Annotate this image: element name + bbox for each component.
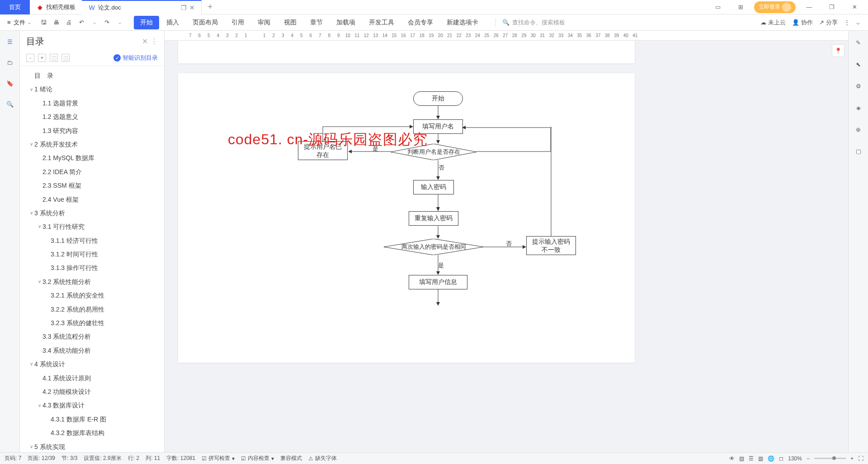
nav-down-icon[interactable]: ◫ <box>61 54 70 62</box>
sb-spellcheck[interactable]: ☑ 拼写检查 ▾ <box>202 455 235 462</box>
save-icon[interactable]: 🖫 <box>39 18 49 28</box>
outline-item[interactable]: 1.1 选题背景 <box>20 96 164 110</box>
tab-home[interactable]: 首页 <box>0 0 30 14</box>
chevron-down-icon[interactable]: ∨ <box>36 278 42 285</box>
outline-item[interactable]: 1.3 研究内容 <box>20 124 164 137</box>
ribbon-tab-1[interactable]: 插入 <box>160 16 185 29</box>
nav-up-icon[interactable]: ◫ <box>50 54 58 62</box>
outline-item[interactable]: 2.4 Vue 框架 <box>20 193 164 206</box>
folder-icon[interactable]: 🗀 <box>5 57 15 68</box>
chevron-down-icon[interactable]: ∨ <box>28 209 34 217</box>
outline-item[interactable]: ∨4.3 数据库设计 <box>20 398 164 412</box>
zoom-slider[interactable] <box>814 458 846 459</box>
maximize-icon[interactable]: ❐ <box>823 1 841 14</box>
chevron-down-icon[interactable]: ∨ <box>28 360 34 368</box>
ribbon-tab-8[interactable]: 开发工具 <box>363 16 401 29</box>
login-button[interactable]: 立即登录 <box>754 1 796 13</box>
outline-item[interactable]: 3.1.3 操作可行性 <box>20 261 164 275</box>
outline-item[interactable]: 1.2 选题意义 <box>20 110 164 123</box>
outline-item[interactable]: ∨4 系统设计 <box>20 357 164 371</box>
outline-item[interactable]: 4.3.1 数据库 E-R 图 <box>20 412 164 426</box>
outline-item[interactable]: 2.2 IDEA 简介 <box>20 165 164 179</box>
ribbon-tab-3[interactable]: 引用 <box>225 16 250 29</box>
smart-toc-button[interactable]: ✓ 智能识别目录 <box>113 54 158 62</box>
view-web-icon[interactable]: ▥ <box>758 455 763 462</box>
file-menu[interactable]: ≡ 文件 ⌵ <box>4 19 34 27</box>
fullscreen-icon[interactable]: ⛶ <box>858 455 863 462</box>
sb-setting[interactable]: 设置值: 2.9厘米 <box>84 455 121 462</box>
expand-all-icon[interactable]: + <box>38 54 46 62</box>
minimize-icon[interactable]: — <box>800 1 818 14</box>
outline-item[interactable]: 4.1 系统设计原则 <box>20 371 164 385</box>
tab-template[interactable]: ◆ 找稻壳模板 <box>30 0 82 14</box>
undo-icon[interactable]: ↶ <box>77 18 87 28</box>
ribbon-tab-2[interactable]: 页面布局 <box>186 16 224 29</box>
outline-item[interactable]: 3.1.2 时间可行性 <box>20 247 164 261</box>
chevron-down-icon[interactable]: ∨ <box>36 223 42 230</box>
outline-item[interactable]: 2.3 SSM 框架 <box>20 179 164 192</box>
outline-item[interactable]: 3.2.3 系统的健壮性 <box>20 316 164 330</box>
ribbon-tab-5[interactable]: 视图 <box>278 16 303 29</box>
outline-item[interactable]: 3.2.1 系统的安全性 <box>20 289 164 302</box>
outline-item[interactable]: ∨3.1 可行性研究 <box>20 220 164 233</box>
chevron-down-icon[interactable]: ∨ <box>28 141 34 148</box>
print-icon[interactable]: 🖨 <box>64 18 74 28</box>
search-icon[interactable]: 🔍 <box>5 99 15 109</box>
outline-item[interactable]: 4.2 功能模块设计 <box>20 385 164 398</box>
cloud-status[interactable]: ☁未上云 <box>760 19 786 27</box>
sb-section[interactable]: 节: 3/3 <box>61 455 77 462</box>
command-search[interactable]: 🔍 查找命令、搜索模板 <box>495 19 565 27</box>
chevron-down-icon[interactable]: ⌵ <box>115 18 125 28</box>
outline-icon[interactable]: ☰ <box>5 36 15 47</box>
zoom-value[interactable]: 130% <box>788 455 802 462</box>
panel-close-icon[interactable]: ✕ <box>142 37 148 46</box>
sb-col[interactable]: 列: 11 <box>146 455 160 462</box>
zoom-out-icon[interactable]: − <box>807 455 810 462</box>
outline-item[interactable]: 3.4 系统功能分析 <box>20 344 164 357</box>
ribbon-tab-9[interactable]: 会员专享 <box>401 16 439 29</box>
redo-icon[interactable]: ↷ <box>102 18 112 28</box>
outline-item[interactable]: ∨3.2 系统性能分析 <box>20 275 164 289</box>
sb-compat[interactable]: 兼容模式 <box>280 455 302 462</box>
panel-menu-icon[interactable]: ⋮ <box>151 37 158 46</box>
app-grid-icon[interactable]: ⊞ <box>731 1 750 14</box>
select-icon[interactable]: ⬉ <box>853 59 864 70</box>
page-scroll[interactable]: 📍 code51. cn-源码乐园盗图必究 开始 填写用户名 提示用户名已存在 … <box>165 41 848 452</box>
outline-item[interactable]: ∨3 系统分析 <box>20 206 164 220</box>
ribbon-tab-10[interactable]: 新建选项卡 <box>440 16 485 29</box>
outline-item[interactable]: 3.1.1 经济可行性 <box>20 234 164 247</box>
tab-document[interactable]: W 论文.doc ❐ ✕ <box>82 0 202 14</box>
sb-page[interactable]: 页面: 12/39 <box>28 455 55 462</box>
more-icon[interactable]: ⋮ <box>844 19 850 26</box>
sb-row[interactable]: 行: 2 <box>128 455 139 462</box>
reader-mode-icon[interactable]: ▭ <box>709 1 727 14</box>
tab-popout-icon[interactable]: ❐ <box>181 4 187 11</box>
chevron-down-icon[interactable]: ∨ <box>28 86 34 93</box>
ribbon-tab-7[interactable]: 加载项 <box>330 16 362 29</box>
view-eye-icon[interactable]: 👁 <box>729 455 735 462</box>
outline-item[interactable]: 目 录 <box>20 69 164 82</box>
outline-item[interactable]: 3.2.2 系统的易用性 <box>20 303 164 316</box>
collapse-all-icon[interactable]: - <box>26 54 34 62</box>
view-outline-icon[interactable]: ☰ <box>749 455 754 462</box>
outline-item[interactable]: 2.1 MySQL 数据库 <box>20 151 164 165</box>
outline-item[interactable]: ∨2 系统开发技术 <box>20 137 164 151</box>
tab-add[interactable]: + <box>202 0 219 14</box>
chevron-down-icon[interactable]: ∨ <box>28 443 34 450</box>
zoom-in-icon[interactable]: + <box>850 455 854 462</box>
outline-item[interactable]: 3.3 系统流程分析 <box>20 330 164 343</box>
chevron-down-icon[interactable]: ∨ <box>36 402 42 409</box>
bookmark-icon[interactable]: 🔖 <box>5 78 15 89</box>
locate-icon[interactable]: 📍 <box>832 44 844 57</box>
collapse-ribbon-icon[interactable]: ⌵ <box>856 19 860 26</box>
view-page-icon[interactable]: ▤ <box>739 455 744 462</box>
sb-content-check[interactable]: ☑ 内容检查 ▾ <box>241 455 274 462</box>
gear-icon[interactable]: ⊕ <box>853 124 864 135</box>
view-focus-icon[interactable]: ◻ <box>779 455 783 462</box>
collab-button[interactable]: 👤协作 <box>792 19 813 27</box>
tab-close-icon[interactable]: ✕ <box>189 4 195 11</box>
ai-icon[interactable]: ◈ <box>853 102 864 113</box>
chevron-down-icon[interactable]: ⌵ <box>90 18 99 28</box>
edit-icon[interactable]: ✎ <box>853 37 864 48</box>
share-button[interactable]: ↗分享 <box>819 19 838 27</box>
